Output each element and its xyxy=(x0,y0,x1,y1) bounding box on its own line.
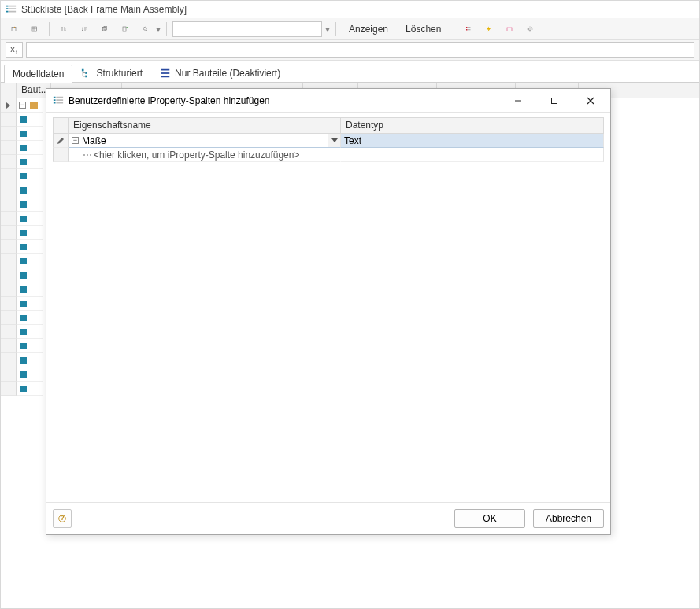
row-marker[interactable] xyxy=(1,282,17,297)
placeholder-text: <hier klicken, um iProperty-Spalte hinzu… xyxy=(94,149,299,161)
svg-rect-4 xyxy=(6,11,9,13)
part-icon xyxy=(19,285,28,294)
tab-model-data[interactable]: Modelldaten xyxy=(4,65,72,83)
row-marker[interactable] xyxy=(1,254,17,268)
row-marker[interactable] xyxy=(1,155,17,169)
row-marker[interactable] xyxy=(1,183,17,197)
row-marker[interactable] xyxy=(1,113,17,127)
row-marker[interactable] xyxy=(1,297,17,311)
table-cell[interactable] xyxy=(17,127,43,141)
dialog-titlebar[interactable]: Benutzerdefinierte iProperty-Spalten hin… xyxy=(46,89,610,113)
row-marker-header[interactable] xyxy=(53,118,69,133)
tab-structured[interactable]: Strukturiert xyxy=(72,64,151,82)
table-cell[interactable] xyxy=(17,268,43,282)
row-marker[interactable] xyxy=(1,212,17,226)
row-marker[interactable] xyxy=(1,141,17,155)
table-cell[interactable] xyxy=(17,240,43,254)
ok-button[interactable]: OK xyxy=(454,509,525,528)
table-cell[interactable] xyxy=(17,325,43,339)
sort-asc-button[interactable] xyxy=(55,20,72,38)
close-button[interactable] xyxy=(572,90,609,112)
part-icon xyxy=(19,186,28,195)
formula-input[interactable] xyxy=(26,42,694,58)
svg-rect-58 xyxy=(56,99,63,101)
table-cell[interactable] xyxy=(17,339,43,353)
table-cell[interactable] xyxy=(17,197,43,212)
row-marker[interactable] xyxy=(1,311,17,325)
tab-label: Nur Bauteile (Deaktiviert) xyxy=(175,68,280,79)
table-cell[interactable] xyxy=(17,297,43,311)
svg-rect-46 xyxy=(20,272,27,279)
copy-button[interactable] xyxy=(96,20,113,38)
tab-parts-only[interactable]: Nur Bauteile (Deaktiviert) xyxy=(151,64,289,82)
table-cell[interactable] xyxy=(17,169,43,183)
row-marker[interactable] xyxy=(1,240,17,254)
table-cell[interactable] xyxy=(17,113,43,127)
row-marker[interactable] xyxy=(1,127,17,141)
help-button[interactable]: ? xyxy=(53,509,72,528)
svg-rect-26 xyxy=(508,27,511,28)
row-marker[interactable] xyxy=(1,169,17,183)
find-button[interactable] xyxy=(137,20,154,38)
add-column-button[interactable] xyxy=(117,20,134,38)
table-cell[interactable] xyxy=(17,226,43,240)
table-cell[interactable] xyxy=(17,141,43,155)
table-cell[interactable] xyxy=(17,282,43,297)
sheet-button[interactable] xyxy=(26,20,43,38)
table-cell[interactable] xyxy=(17,212,43,226)
combo-dropdown-button[interactable] xyxy=(328,134,340,147)
show-button[interactable]: Anzeigen xyxy=(342,20,395,38)
current-row-indicator-icon xyxy=(6,102,10,109)
row-marker[interactable] xyxy=(1,197,17,212)
table-cell[interactable] xyxy=(17,311,43,325)
table-cell[interactable] xyxy=(17,367,43,382)
row-marker[interactable] xyxy=(1,353,17,367)
row-marker[interactable] xyxy=(53,134,69,148)
filter-input[interactable] xyxy=(172,21,322,37)
export-button[interactable] xyxy=(6,20,23,38)
svg-rect-39 xyxy=(20,173,27,179)
main-toolbar: ▾ ▾ Anzeigen Löschen xyxy=(1,18,699,40)
tree-collapse-icon[interactable]: − xyxy=(72,137,79,144)
add-row-placeholder[interactable]: ⋯ <hier klicken, um iProperty-Spalte hin… xyxy=(53,148,604,162)
sort-desc-button[interactable] xyxy=(76,20,93,38)
table-cell[interactable]: − xyxy=(17,98,43,113)
table-cell[interactable] xyxy=(17,382,43,396)
row-marker[interactable] xyxy=(1,325,17,339)
column-header-type[interactable]: Datentyp xyxy=(341,118,604,133)
svg-rect-60 xyxy=(56,102,63,103)
row-marker[interactable] xyxy=(1,367,17,382)
assembly-icon xyxy=(29,101,39,110)
settings-button[interactable] xyxy=(521,20,539,38)
clear-button[interactable]: Löschen xyxy=(398,20,448,38)
svg-rect-0 xyxy=(6,6,9,7)
update-button[interactable] xyxy=(480,20,498,38)
row-marker[interactable] xyxy=(1,339,17,353)
svg-rect-7 xyxy=(32,27,37,31)
row-marker[interactable] xyxy=(1,382,17,396)
row-marker[interactable] xyxy=(1,268,17,282)
add-column-icon xyxy=(122,23,128,35)
column-header-name[interactable]: Eigenschaftsname xyxy=(69,118,341,133)
svg-rect-57 xyxy=(54,99,56,101)
row-marker[interactable] xyxy=(1,98,17,113)
property-name-cell[interactable]: − Maße xyxy=(69,134,341,148)
datatype-cell[interactable]: Text xyxy=(341,134,604,148)
table-cell[interactable] xyxy=(17,353,43,367)
table-cell[interactable] xyxy=(17,183,43,197)
table-row[interactable]: − Maße Text xyxy=(53,134,604,148)
part-props-button[interactable] xyxy=(501,20,518,38)
part-icon xyxy=(19,200,28,209)
svg-rect-40 xyxy=(20,187,27,194)
table-cell[interactable] xyxy=(17,254,43,268)
tree-options-button[interactable] xyxy=(460,20,477,38)
cancel-button[interactable]: Abbrechen xyxy=(533,509,604,528)
minimize-button[interactable] xyxy=(500,90,536,112)
maximize-button[interactable] xyxy=(536,90,572,112)
row-marker[interactable] xyxy=(1,226,17,240)
row-marker-header[interactable] xyxy=(1,83,17,98)
fx-button[interactable]: x↕ xyxy=(6,42,23,58)
row-marker[interactable] xyxy=(53,148,69,162)
tree-collapse-icon[interactable]: − xyxy=(19,102,26,109)
table-cell[interactable] xyxy=(17,155,43,169)
